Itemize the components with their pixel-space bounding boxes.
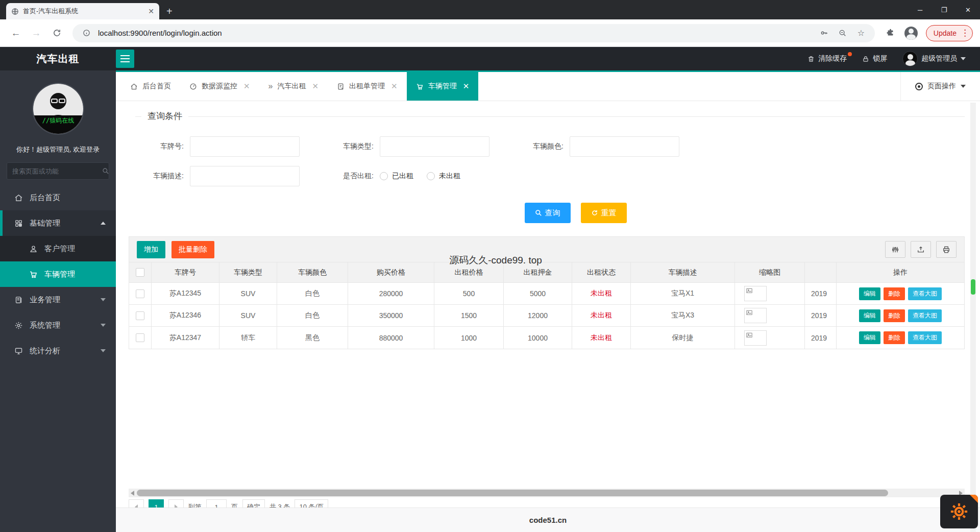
cell-date-clipped: 2019 [805, 305, 837, 326]
vehicle-table-card: 源码久久-code99. top 增加 批量删除 [129, 236, 965, 349]
horizontal-scrollbar[interactable] [129, 489, 965, 497]
password-key-icon[interactable] [818, 29, 831, 37]
favicon-globe-icon [11, 8, 19, 15]
table-row: 苏A12347 轿车 黑色 880000 1000 10000 未出租 保时捷 [129, 327, 964, 349]
view-large-image-button[interactable]: 查看大图 [908, 309, 942, 322]
tab-label: 汽车出租 [277, 82, 306, 91]
refresh-icon[interactable] [48, 25, 65, 42]
double-chevron-icon: » [268, 82, 273, 91]
browser-menu-icon[interactable]: ⋮ [961, 28, 969, 38]
profile-avatar-icon[interactable] [902, 27, 920, 40]
prev-page-button[interactable] [129, 499, 144, 507]
tab-home[interactable]: 后台首页 [121, 72, 180, 101]
clear-cache-button[interactable]: 清除缓存 [807, 54, 847, 63]
extensions-puzzle-icon[interactable] [882, 29, 899, 37]
jump-page-input[interactable] [206, 499, 227, 507]
bookmark-star-icon[interactable]: ☆ [854, 28, 868, 38]
view-large-image-button[interactable]: 查看大图 [908, 331, 942, 344]
cell-rent-price: 500 [434, 283, 504, 304]
tab-car-rent[interactable]: » 汽车出租 ✕ [259, 72, 328, 101]
tab-label: 车辆管理 [428, 82, 457, 91]
view-large-image-button[interactable]: 查看大图 [908, 287, 942, 300]
row-checkbox[interactable] [136, 311, 144, 320]
scroll-left-icon[interactable] [131, 491, 134, 496]
zoom-out-icon[interactable] [836, 29, 849, 37]
sidebar-search-input[interactable] [12, 167, 102, 175]
edit-button[interactable]: 编辑 [859, 331, 880, 344]
sidebar-item-statistics[interactable]: 统计分析 [0, 338, 116, 364]
edit-button[interactable]: 编辑 [859, 287, 880, 300]
pagination: 1 到第 页 确定 共 3 条 10 条/页 [129, 499, 328, 507]
tab-rent-order-mgmt[interactable]: 出租单管理 ✕ [328, 72, 407, 101]
cell-date-clipped: 2019 [805, 327, 837, 349]
site-info-icon[interactable] [80, 29, 93, 37]
page-1-button[interactable]: 1 [149, 499, 164, 507]
radio-rented[interactable] [380, 172, 388, 180]
clear-cache-label: 清除缓存 [818, 54, 847, 63]
batch-delete-button[interactable]: 批量删除 [172, 241, 214, 258]
confirm-jump-button[interactable]: 确定 [242, 499, 265, 507]
url-bar[interactable]: localhost:9900/rent/login/login.action ☆ [72, 24, 875, 42]
plate-input[interactable] [190, 136, 300, 157]
user-menu[interactable]: 超级管理员 [902, 51, 966, 66]
select-all-checkbox[interactable] [136, 268, 144, 277]
cart-icon [29, 270, 38, 279]
tab-datasource-monitor[interactable]: 数据源监控 ✕ [180, 72, 259, 101]
browser-toolbar: ← → localhost:9900/rent/login/login.acti… [0, 19, 980, 47]
delete-button[interactable]: 删除 [884, 331, 905, 344]
browser-tab[interactable]: 首页-汽车出租系统 ✕ [6, 3, 159, 19]
tab-vehicle-mgmt[interactable]: 车辆管理 ✕ [407, 72, 479, 101]
col-buy-price: 购买价格 [348, 262, 434, 282]
tab-close-icon[interactable]: ✕ [148, 7, 154, 15]
query-legend: 查询条件 [141, 110, 188, 122]
jump-prefix-label: 到第 [188, 502, 202, 507]
vertical-scrollbar[interactable] [970, 103, 976, 532]
back-icon[interactable]: ← [7, 25, 24, 42]
sidebar-item-home[interactable]: 后台首页 [0, 185, 116, 210]
color-input[interactable] [570, 136, 679, 157]
query-button[interactable]: 查询 [525, 203, 571, 223]
window-maximize-icon[interactable]: ❐ [932, 0, 956, 19]
sidebar-item-vehicle-mgmt[interactable]: 车辆管理 [0, 261, 116, 287]
page-operations-dropdown[interactable]: 页面操作 [900, 72, 980, 101]
add-button[interactable]: 增加 [137, 241, 165, 258]
print-button[interactable] [936, 241, 957, 258]
close-icon[interactable]: ✕ [463, 82, 470, 91]
new-tab-icon[interactable]: + [166, 6, 173, 16]
cell-deposit: 10000 [504, 327, 572, 349]
edit-button[interactable]: 编辑 [859, 309, 880, 322]
desc-input[interactable] [190, 166, 300, 186]
window-close-icon[interactable]: ✕ [956, 0, 980, 19]
vertical-scrollbar-thumb[interactable] [971, 279, 975, 295]
close-icon[interactable]: ✕ [243, 82, 250, 91]
row-checkbox[interactable] [136, 333, 144, 342]
sidebar-toggle-button[interactable] [116, 50, 134, 68]
close-icon[interactable]: ✕ [391, 82, 398, 91]
sidebar-item-business-mgmt[interactable]: 业务管理 [0, 287, 116, 312]
sidebar-item-customer-mgmt[interactable]: 客户管理 [0, 236, 116, 261]
close-icon[interactable]: ✕ [312, 82, 318, 91]
export-button[interactable] [911, 241, 931, 258]
svg-text://猿码在线: //猿码在线 [42, 117, 74, 124]
sidebar-item-basic-mgmt[interactable]: 基础管理 [0, 210, 116, 236]
update-label: Update [934, 29, 957, 37]
filter-columns-button[interactable] [885, 241, 905, 258]
sidebar-item-system-mgmt[interactable]: 系统管理 [0, 312, 116, 338]
next-page-button[interactable] [168, 499, 184, 507]
forward-icon[interactable]: → [28, 25, 45, 42]
per-page-select[interactable]: 10 条/页 [295, 499, 328, 507]
delete-button[interactable]: 删除 [884, 309, 905, 322]
update-button[interactable]: Update ⋮ [926, 25, 973, 41]
delete-button[interactable]: 删除 [884, 287, 905, 300]
lock-screen-button[interactable]: 锁屏 [862, 54, 887, 63]
user-name: 超级管理员 [921, 54, 957, 63]
reset-button[interactable]: 重置 [581, 203, 627, 223]
window-minimize-icon[interactable]: ─ [908, 0, 932, 19]
cell-color: 黑色 [277, 327, 348, 349]
sidebar-item-label: 后台首页 [30, 193, 60, 203]
sidebar-search[interactable] [7, 162, 109, 180]
radio-unrented[interactable] [427, 172, 435, 180]
type-input[interactable] [380, 136, 489, 157]
horizontal-scrollbar-thumb[interactable] [137, 490, 888, 496]
row-checkbox[interactable] [136, 289, 144, 298]
